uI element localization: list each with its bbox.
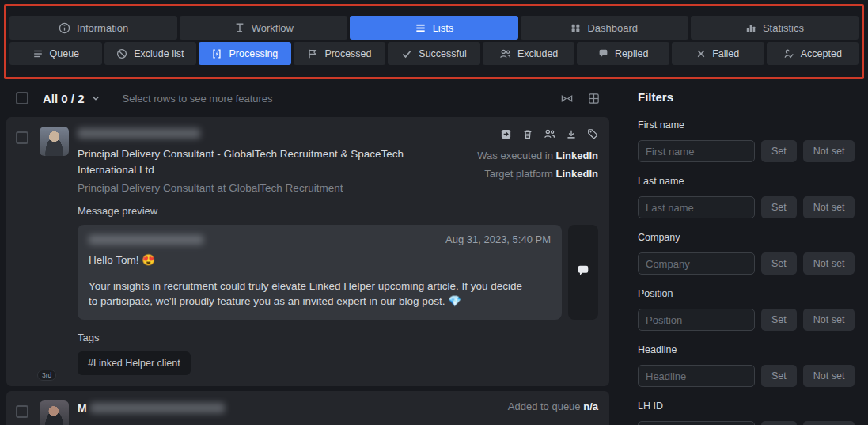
- tab-label: Successful: [419, 48, 466, 59]
- filter-label: Company: [638, 232, 855, 243]
- flag-icon: [307, 48, 318, 59]
- tab-label: Processing: [229, 48, 278, 59]
- dashboard-icon: [570, 23, 581, 33]
- tab-statistics[interactable]: Statistics: [691, 16, 859, 40]
- list-sub-tabs: Queue Exclude list Processing Processed …: [8, 42, 860, 65]
- tag-icon[interactable]: [587, 128, 598, 140]
- message-preview: Aug 31, 2023, 5:40 PM Hello Tom! 😍 Your …: [78, 225, 562, 320]
- message-timestamp: Aug 31, 2023, 5:40 PM: [445, 233, 551, 245]
- tab-dashboard[interactable]: Dashboard: [521, 16, 688, 40]
- filter-label: Last name: [638, 176, 855, 187]
- download-icon[interactable]: [566, 128, 577, 140]
- subtab-processing[interactable]: Processing: [199, 42, 291, 65]
- name-initial: M: [78, 402, 87, 415]
- meta-value: LinkedIn: [556, 150, 598, 161]
- subtab-successful[interactable]: Successful: [388, 42, 480, 65]
- selection-scope-dropdown[interactable]: All 0 / 2: [43, 92, 100, 105]
- contact-card: 3rd M Working with the best talent in th…: [6, 391, 609, 425]
- filter-first-name: First name Set Not set: [638, 120, 855, 162]
- select-all-checkbox[interactable]: [16, 92, 28, 104]
- list-toolbar: All 0 / 2 Select rows to see more featur…: [6, 84, 609, 112]
- chat-bubble-icon: [576, 264, 590, 281]
- contact-name-redacted[interactable]: [78, 128, 200, 139]
- not-set-button[interactable]: Not set: [803, 196, 855, 218]
- tab-label: Accepted: [801, 48, 842, 59]
- filters-title: Filters: [638, 90, 855, 104]
- subtab-exclude-list[interactable]: Exclude list: [104, 42, 197, 65]
- subtab-failed[interactable]: Failed: [672, 42, 764, 65]
- set-button[interactable]: Set: [761, 365, 797, 387]
- company-input[interactable]: [638, 252, 755, 275]
- message-body: Your insights in recruitment could truly…: [89, 279, 532, 309]
- meta-added-queue: Added to queue n/a: [428, 400, 598, 412]
- processing-icon: [211, 48, 222, 59]
- not-set-button[interactable]: Not set: [803, 252, 855, 275]
- first-name-input[interactable]: [638, 140, 755, 162]
- not-set-button[interactable]: Not set: [803, 309, 855, 331]
- reply-bubble-icon: [598, 48, 608, 59]
- meta-executed: Was executed in LinkedIn: [428, 150, 598, 161]
- contact-avatar[interactable]: [40, 400, 69, 425]
- excluded-people-icon: [499, 48, 511, 59]
- selection-hint: Select rows to see more features: [123, 93, 273, 104]
- workflow-icon: [234, 22, 245, 33]
- tab-label: Information: [77, 22, 128, 34]
- row-checkbox[interactable]: [16, 405, 28, 418]
- contact-name[interactable]: M: [78, 402, 417, 415]
- meta-platform: Target platform LinkedIn: [428, 168, 598, 180]
- move-to-queue-icon[interactable]: [500, 128, 512, 140]
- tab-label: Replied: [615, 48, 648, 59]
- headline-input[interactable]: [638, 365, 755, 387]
- message-preview-label: Message preview: [78, 205, 598, 217]
- row-checkbox[interactable]: [16, 131, 28, 144]
- lh-id-input[interactable]: [638, 421, 755, 425]
- meta-value: n/a: [583, 400, 598, 412]
- subtab-excluded[interactable]: Excluded: [483, 42, 575, 65]
- subtab-replied[interactable]: Replied: [577, 42, 669, 65]
- card-body: M Working with the best talent in the in…: [78, 400, 598, 425]
- subtab-accepted[interactable]: Accepted: [767, 42, 859, 65]
- check-icon: [401, 48, 412, 59]
- tab-label: Exclude list: [134, 48, 184, 59]
- subtab-queue[interactable]: Queue: [9, 42, 102, 65]
- set-button[interactable]: Set: [761, 196, 797, 218]
- tab-lists[interactable]: Lists: [350, 16, 517, 40]
- tab-label: Workflow: [252, 22, 294, 34]
- delete-icon[interactable]: [522, 128, 533, 140]
- set-button[interactable]: Set: [761, 252, 797, 275]
- table-view-icon[interactable]: [588, 93, 600, 104]
- message-greeting: Hello Tom! 😍: [89, 252, 551, 268]
- subtab-processed[interactable]: Processed: [294, 42, 386, 65]
- set-button[interactable]: Set: [761, 309, 797, 331]
- tab-workflow[interactable]: Workflow: [180, 16, 347, 40]
- filter-last-name: Last name Set Not set: [638, 176, 855, 218]
- tab-label: Excluded: [517, 48, 558, 59]
- set-button[interactable]: Set: [761, 140, 797, 162]
- fit-columns-icon[interactable]: [560, 93, 574, 104]
- position-input[interactable]: [638, 309, 755, 331]
- contact-card: 3rd Principal Delivery Consultant - Glob…: [6, 117, 609, 386]
- meta-value: LinkedIn: [556, 168, 598, 180]
- filter-company: Company Set Not set: [638, 232, 855, 275]
- tags-label: Tags: [78, 332, 598, 343]
- content-area: All 0 / 2 Select rows to see more featur…: [0, 84, 868, 425]
- contact-avatar[interactable]: [40, 127, 69, 156]
- selection-count: All 0 / 2: [43, 92, 85, 105]
- last-name-input[interactable]: [638, 196, 755, 218]
- filter-lh-id: LH ID Set Not set: [638, 400, 855, 425]
- meta-label: Added to queue: [508, 400, 581, 412]
- filter-headline: Headline Set Not set: [638, 344, 855, 387]
- not-set-button[interactable]: Not set: [803, 140, 855, 162]
- not-set-button[interactable]: Not set: [803, 421, 855, 425]
- filter-label: First name: [638, 120, 855, 131]
- filter-label: LH ID: [638, 400, 855, 412]
- meta-label: Target platform: [484, 168, 553, 180]
- tag-chip[interactable]: #Linked Helper client: [78, 351, 191, 375]
- tab-information[interactable]: Information: [9, 16, 177, 40]
- set-button[interactable]: Set: [761, 421, 797, 425]
- tab-label: Dashboard: [587, 22, 638, 34]
- not-set-button[interactable]: Not set: [803, 365, 855, 387]
- open-chat-button[interactable]: [568, 225, 598, 320]
- tab-label: Lists: [433, 22, 454, 34]
- exclude-contact-icon[interactable]: [544, 128, 555, 140]
